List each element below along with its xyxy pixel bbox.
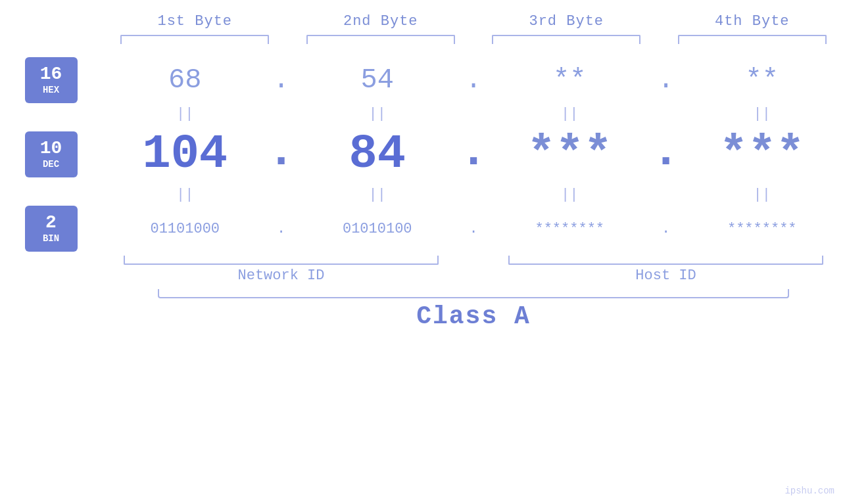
hex-dot1: . [268, 64, 295, 96]
hex-badge-num: 16 [40, 65, 62, 83]
id-labels: Network ID Host ID [0, 267, 845, 284]
bin-val1: 01101000 [102, 221, 268, 237]
host-id-label: Host ID [487, 267, 845, 284]
network-bracket-wrapper [102, 256, 460, 265]
big-bracket-wrapper [0, 289, 845, 298]
eq2-c4: || [679, 187, 846, 203]
bin-row: 2 BIN 01101000 . 01010100 . ******** . *… [0, 206, 845, 252]
eq2-c2: || [295, 187, 461, 203]
eq1-c4: || [679, 106, 846, 122]
hex-badge: 16 HEX [25, 57, 78, 103]
network-bracket-line [124, 256, 439, 265]
bracket1 [102, 35, 288, 44]
dec-badge: 10 DEC [25, 131, 78, 177]
host-bracket-line [508, 256, 824, 265]
bracket3 [473, 35, 660, 44]
dec-val4: *** [679, 127, 846, 181]
byte1-header: 1st Byte [102, 13, 288, 30]
main-container: 1st Byte 2nd Byte 3rd Byte 4th Byte 16 H… [0, 0, 845, 504]
bracket2 [288, 35, 474, 44]
class-row: Class A [0, 302, 845, 331]
big-bracket-line [158, 289, 789, 298]
hex-dot3: . [653, 64, 679, 96]
dec-badge-wrapper: 10 DEC [0, 131, 102, 177]
dec-badge-label: DEC [43, 159, 59, 170]
watermark: ipshu.com [785, 486, 834, 496]
bin-dot1: . [268, 221, 295, 237]
dec-row: 10 DEC 104 . 84 . *** . *** [0, 125, 845, 184]
bin-val2: 01010100 [295, 221, 461, 237]
hex-val3: ** [487, 64, 653, 96]
dec-dot1: . [268, 125, 295, 184]
eq2-c1: || [102, 187, 268, 203]
class-label: Class A [416, 302, 531, 331]
dec-dot3: . [653, 125, 679, 184]
dec-dot2: . [460, 125, 487, 184]
eq1-c2: || [295, 106, 461, 122]
hex-dot2: . [460, 64, 487, 96]
bin-val3: ******** [487, 221, 653, 237]
bottom-brackets [0, 256, 845, 265]
bin-badge-num: 2 [45, 214, 57, 232]
bin-val4: ******** [679, 221, 846, 237]
network-id-label: Network ID [102, 267, 460, 284]
bin-dot2: . [460, 221, 487, 237]
bin-badge-label: BIN [43, 233, 59, 244]
equals-row1: || || || || [0, 106, 845, 122]
bracket3-line [492, 35, 640, 44]
dec-badge-num: 10 [40, 139, 62, 158]
bracket4 [660, 35, 846, 44]
byte3-header: 3rd Byte [473, 13, 660, 30]
bracket4-line [678, 35, 827, 44]
byte4-header: 4th Byte [660, 13, 846, 30]
bin-badge-wrapper: 2 BIN [0, 206, 102, 252]
hex-val1: 68 [102, 64, 268, 96]
hex-badge-wrapper: 16 HEX [0, 57, 102, 103]
bracket1-line [120, 35, 269, 44]
eq1-c1: || [102, 106, 268, 122]
eq1-c3: || [487, 106, 653, 122]
bracket2-line [306, 35, 455, 44]
bin-dot3: . [653, 221, 679, 237]
hex-val4: ** [679, 64, 846, 96]
equals-row2: || || || || [0, 187, 845, 203]
byte2-header: 2nd Byte [288, 13, 474, 30]
dec-val1: 104 [102, 127, 268, 181]
dec-val2: 84 [295, 127, 461, 181]
top-brackets [0, 35, 845, 44]
bin-badge: 2 BIN [25, 206, 78, 252]
eq2-c3: || [487, 187, 653, 203]
host-bracket-wrapper [487, 256, 845, 265]
dec-val3: *** [487, 127, 653, 181]
hex-val2: 54 [295, 64, 461, 96]
hex-row: 16 HEX 68 . 54 . ** . ** [0, 57, 845, 103]
byte-headers: 1st Byte 2nd Byte 3rd Byte 4th Byte [0, 13, 845, 30]
hex-badge-label: HEX [43, 85, 59, 95]
